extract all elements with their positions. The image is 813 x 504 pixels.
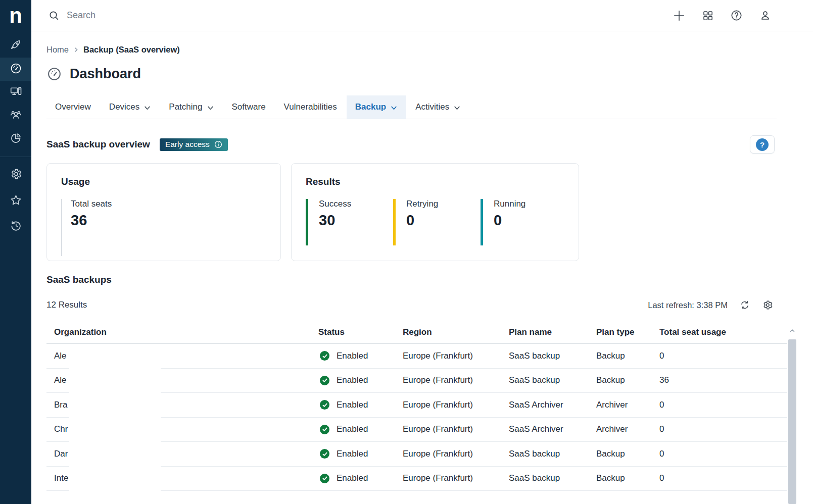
- tab-activities[interactable]: Activities: [407, 95, 469, 119]
- stat-value: 30: [319, 212, 393, 229]
- tab-label: Devices: [109, 102, 139, 112]
- results-count: 12 Results: [46, 300, 87, 310]
- stat-value: 36: [71, 212, 112, 229]
- tab-devices[interactable]: Devices: [101, 95, 159, 119]
- sidebar-item-favorites[interactable]: [0, 189, 31, 213]
- reporting-pie-icon: [10, 132, 22, 146]
- cell-status: Enabled: [318, 424, 403, 434]
- column-header-plan-type[interactable]: Plan type: [596, 327, 659, 337]
- devices-icon: [10, 85, 22, 100]
- cell-plan-type: Backup: [596, 375, 659, 385]
- refresh-icon[interactable]: [739, 299, 750, 311]
- cell-region: Europe (Frankfurt): [403, 400, 509, 410]
- column-header-total-seat-usage[interactable]: Total seat usage: [659, 327, 787, 337]
- check-icon: [320, 425, 329, 434]
- breadcrumb-home-link[interactable]: Home: [46, 45, 69, 55]
- search-icon: [48, 10, 60, 21]
- success-stat: Success 30: [306, 199, 393, 245]
- ninjaone-logo[interactable]: n: [0, 0, 31, 31]
- tab-label: Backup: [355, 102, 386, 112]
- total-seats-stat: Total seats 36: [61, 199, 112, 256]
- main-content: Home Backup (SaaS overview) Dashboard Ov…: [31, 31, 813, 504]
- column-header-status[interactable]: Status: [318, 327, 403, 337]
- running-stat: Running 0: [481, 199, 568, 245]
- check-icon: [320, 474, 329, 483]
- early-access-badge[interactable]: Early access: [160, 138, 228, 151]
- stat-label: Retrying: [406, 199, 481, 209]
- chevron-down-icon: [207, 105, 214, 111]
- table-header-row: Organization Status Region Plan name Pla…: [46, 321, 787, 344]
- add-plus-icon[interactable]: [673, 9, 686, 22]
- cell-plan-name: SaaS backup: [509, 351, 596, 361]
- help-circle-icon[interactable]: [730, 9, 743, 22]
- cell-status: Enabled: [318, 473, 403, 483]
- sidebar-item-history[interactable]: [0, 215, 31, 238]
- tab-label: Vulnerabilities: [284, 102, 337, 112]
- chevron-down-icon: [144, 105, 151, 111]
- cell-plan-name: SaaS backup: [509, 375, 596, 385]
- column-header-region[interactable]: Region: [403, 327, 509, 337]
- tab-overview[interactable]: Overview: [46, 95, 100, 119]
- status-text: Enabled: [337, 424, 368, 434]
- stat-value: 0: [406, 212, 481, 229]
- check-icon: [320, 351, 329, 361]
- settings-gear-icon: [10, 168, 22, 182]
- search-input[interactable]: [67, 10, 279, 21]
- sidebar-item-getting-started[interactable]: [0, 34, 31, 58]
- usage-card-title: Usage: [61, 176, 266, 187]
- cell-status: Enabled: [318, 400, 403, 410]
- saas-backups-heading: SaaS backups: [46, 274, 813, 285]
- tab-label: Software: [232, 102, 266, 112]
- usage-card: Usage Total seats 36: [46, 163, 281, 261]
- favorites-star-icon: [10, 194, 22, 209]
- dashboard-gauge-icon: [46, 66, 62, 82]
- sidebar-item-administration[interactable]: [0, 163, 31, 186]
- chevron-down-icon: [391, 105, 397, 111]
- cell-plan-name: SaaS Archiver: [509, 400, 596, 410]
- stat-label: Total seats: [71, 199, 112, 209]
- breadcrumb-current: Backup (SaaS overview): [83, 45, 180, 55]
- cell-status: Enabled: [318, 449, 403, 459]
- sidebar-item-organizations[interactable]: [0, 104, 31, 127]
- cell-region: Europe (Frankfurt): [403, 473, 509, 483]
- cell-plan-type: Archiver: [596, 400, 659, 410]
- apps-grid-icon[interactable]: [702, 10, 714, 22]
- stat-label: Success: [319, 199, 393, 209]
- chevron-up-icon[interactable]: [788, 326, 797, 336]
- tab-backup[interactable]: Backup: [347, 95, 406, 119]
- column-header-plan-name[interactable]: Plan name: [509, 327, 596, 337]
- history-clock-icon: [10, 219, 22, 234]
- last-refresh-text: Last refresh: 3:38 PM: [648, 300, 728, 310]
- table-settings-gear-icon[interactable]: [762, 299, 773, 311]
- table-scrollbar: [788, 326, 797, 504]
- status-text: Enabled: [337, 375, 368, 385]
- rocket-icon: [10, 39, 22, 54]
- early-access-label: Early access: [165, 140, 210, 149]
- check-icon: [320, 400, 329, 410]
- tab-label: Patching: [169, 102, 202, 112]
- tab-patching[interactable]: Patching: [160, 95, 222, 119]
- column-header-organization[interactable]: Organization: [46, 327, 318, 337]
- help-button[interactable]: ?: [750, 135, 775, 154]
- cell-plan-type: Backup: [596, 351, 659, 361]
- question-mark-icon: ?: [756, 138, 769, 151]
- sidebar-item-devices[interactable]: [0, 81, 31, 104]
- scrollbar-thumb[interactable]: [788, 339, 796, 504]
- sidebar-item-dashboard[interactable]: [0, 58, 31, 81]
- cell-region: Europe (Frankfurt): [403, 449, 509, 459]
- tab-software[interactable]: Software: [223, 95, 274, 119]
- dashboard-gauge-icon: [10, 62, 22, 77]
- tab-bar: Overview Devices Patching Software Vulne…: [46, 95, 777, 119]
- check-icon: [320, 376, 329, 385]
- sidebar-item-reporting[interactable]: [0, 127, 31, 150]
- cell-total-seat-usage: 0: [659, 400, 787, 410]
- tab-label: Overview: [55, 102, 91, 112]
- user-profile-icon[interactable]: [759, 9, 772, 22]
- tab-vulnerabilities[interactable]: Vulnerabilities: [275, 95, 346, 119]
- status-text: Enabled: [337, 400, 368, 410]
- results-card: Results Success 30 Retrying 0 Running 0: [291, 163, 579, 261]
- organizations-users-icon: [10, 109, 22, 123]
- info-icon: [214, 140, 222, 148]
- cell-plan-name: SaaS backup: [509, 473, 596, 483]
- breadcrumb: Home Backup (SaaS overview): [46, 45, 813, 55]
